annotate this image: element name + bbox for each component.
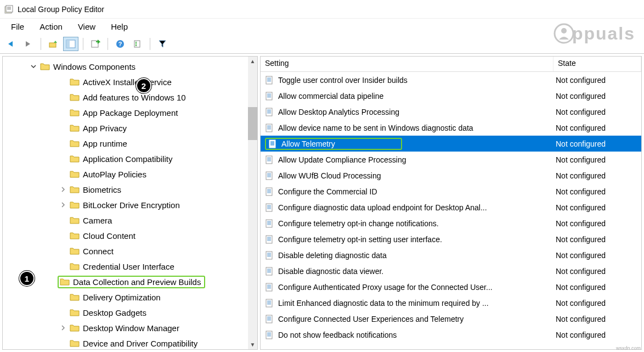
setting-name: Allow Update Compliance Processing <box>278 155 406 164</box>
scroll-thumb[interactable] <box>248 107 257 140</box>
tree-node[interactable]: Device and Driver Compatibility <box>3 336 257 349</box>
folder-icon <box>60 277 70 286</box>
setting-row[interactable]: Allow Desktop Analytics ProcessingNot co… <box>261 104 641 120</box>
setting-row[interactable]: Configure Connected User Experiences and… <box>261 311 641 327</box>
setting-row[interactable]: Allow TelemetryNot configured <box>261 136 641 152</box>
tree-node[interactable]: Desktop Window Manager <box>3 320 257 336</box>
setting-name: Configure telemetry opt-in setting user … <box>278 235 442 244</box>
setting-state: Not configured <box>553 155 641 164</box>
tree-node[interactable]: Application Compatibility <box>3 151 257 166</box>
setting-name: Configure the Commercial ID <box>278 187 377 196</box>
up-button[interactable] <box>46 37 61 51</box>
svg-text:?: ? <box>118 41 122 47</box>
menu-file[interactable]: File <box>3 21 32 32</box>
setting-row[interactable]: Toggle user control over Insider buildsN… <box>261 72 641 88</box>
setting-row[interactable]: Configure telemetry opt-in setting user … <box>261 231 641 247</box>
tree-scrollbar[interactable]: ▲ ▼ <box>248 57 257 349</box>
policy-icon <box>265 331 274 339</box>
setting-row[interactable]: Configure the Commercial IDNot configure… <box>261 183 641 199</box>
tree-node-windows-components[interactable]: Windows Components <box>3 59 257 74</box>
tree-node[interactable]: AutoPlay Policies <box>3 166 257 182</box>
tree-node[interactable]: App runtime <box>3 136 257 151</box>
tree-node[interactable]: App Privacy <box>3 120 257 136</box>
setting-name: Allow Desktop Analytics Processing <box>278 108 399 116</box>
tree-node[interactable]: BitLocker Drive Encryption <box>3 197 257 213</box>
folder-icon <box>70 185 80 194</box>
menu-action[interactable]: Action <box>32 21 70 32</box>
setting-state: Not configured <box>553 251 641 260</box>
watermark-text2: als <box>608 24 635 44</box>
folder-icon <box>70 93 80 102</box>
setting-row[interactable]: Configure diagnostic data upload endpoin… <box>261 199 641 215</box>
properties-button[interactable] <box>130 37 145 51</box>
setting-row[interactable]: Allow WUfB Cloud ProcessingNot configure… <box>261 167 641 183</box>
toolbar: ? <box>0 34 644 54</box>
menu-bar: File Action View Help <box>0 19 644 34</box>
column-header-setting[interactable]: Setting <box>261 57 553 71</box>
setting-row[interactable]: Disable diagnostic data viewer.Not confi… <box>261 263 641 279</box>
setting-row[interactable]: Disable deleting diagnostic dataNot conf… <box>261 247 641 263</box>
folder-icon <box>70 308 80 317</box>
expand-icon[interactable] <box>59 187 67 192</box>
tree-node[interactable]: Camera <box>3 213 257 228</box>
menu-view[interactable]: View <box>70 21 103 32</box>
toolbar-separator <box>83 38 83 50</box>
svg-rect-1 <box>6 5 13 12</box>
svg-rect-13 <box>134 41 140 47</box>
app-icon <box>4 5 13 14</box>
policy-icon <box>265 315 274 323</box>
tree-node[interactable]: Credential User Interface <box>3 259 257 274</box>
scroll-down-icon[interactable]: ▼ <box>248 340 257 349</box>
column-header-state[interactable]: State <box>553 57 641 71</box>
tree-label: Add features to Windows 10 <box>83 93 186 102</box>
setting-state: Not configured <box>553 92 641 100</box>
export-button[interactable] <box>88 37 103 51</box>
setting-row[interactable]: Allow device name to be sent in Windows … <box>261 120 641 136</box>
expand-icon[interactable] <box>59 202 67 208</box>
policy-icon <box>265 251 274 260</box>
folder-icon <box>70 170 80 178</box>
tree-node[interactable]: App Package Deployment <box>3 105 257 120</box>
column-headers: Setting State <box>261 57 641 72</box>
tree-node[interactable]: Biometrics <box>3 182 257 197</box>
tree-label: AutoPlay Policies <box>83 170 146 179</box>
setting-state: Not configured <box>553 171 641 180</box>
setting-row[interactable]: Allow Update Compliance ProcessingNot co… <box>261 152 641 167</box>
setting-state: Not configured <box>553 315 641 323</box>
settings-list[interactable]: Toggle user control over Insider buildsN… <box>261 72 641 349</box>
tree-node[interactable]: Cloud Content <box>3 228 257 243</box>
collapse-icon[interactable] <box>29 64 38 69</box>
filter-button[interactable] <box>155 37 170 51</box>
forward-button[interactable] <box>21 37 36 51</box>
back-button[interactable] <box>3 37 19 51</box>
setting-row[interactable]: Do not show feedback notificationsNot co… <box>261 327 641 343</box>
setting-row[interactable]: Allow commercial data pipelineNot config… <box>261 88 641 104</box>
svg-rect-9 <box>66 40 70 48</box>
scroll-up-icon[interactable]: ▲ <box>248 57 257 66</box>
expand-icon[interactable] <box>59 325 67 331</box>
setting-name: Do not show feedback notifications <box>278 331 397 339</box>
tree-label: Data Collection and Preview Builds <box>73 277 201 287</box>
title-bar: Local Group Policy Editor <box>0 0 644 19</box>
tree-node[interactable]: Delivery Optimization <box>3 289 257 305</box>
tree-node[interactable]: Desktop Gadgets <box>3 305 257 320</box>
tree-node[interactable]: Connect <box>3 243 257 259</box>
setting-row[interactable]: Configure telemetry opt-in change notifi… <box>261 215 641 231</box>
setting-name: Disable deleting diagnostic data <box>278 251 387 260</box>
setting-row[interactable]: Limit Enhanced diagnostic data to the mi… <box>261 295 641 311</box>
menu-help[interactable]: Help <box>103 21 135 32</box>
folder-icon <box>70 339 80 348</box>
setting-row[interactable]: Configure Authenticated Proxy usage for … <box>261 279 641 295</box>
folder-icon <box>70 231 80 240</box>
setting-name: Allow WUfB Cloud Processing <box>278 171 381 180</box>
folder-tree[interactable]: Windows Components ActiveX Installer Ser… <box>3 57 257 349</box>
tree-node[interactable]: Add features to Windows 10 <box>3 90 257 105</box>
svg-rect-16 <box>135 45 137 46</box>
tree-node[interactable]: ActiveX Installer Service <box>3 74 257 90</box>
folder-icon <box>70 108 80 117</box>
show-hide-tree-button[interactable] <box>63 37 78 51</box>
help-button[interactable]: ? <box>112 37 128 51</box>
policy-icon <box>265 219 274 228</box>
setting-name: Toggle user control over Insider builds <box>278 76 408 85</box>
tree-node[interactable]: Data Collection and Preview Builds <box>3 274 257 289</box>
